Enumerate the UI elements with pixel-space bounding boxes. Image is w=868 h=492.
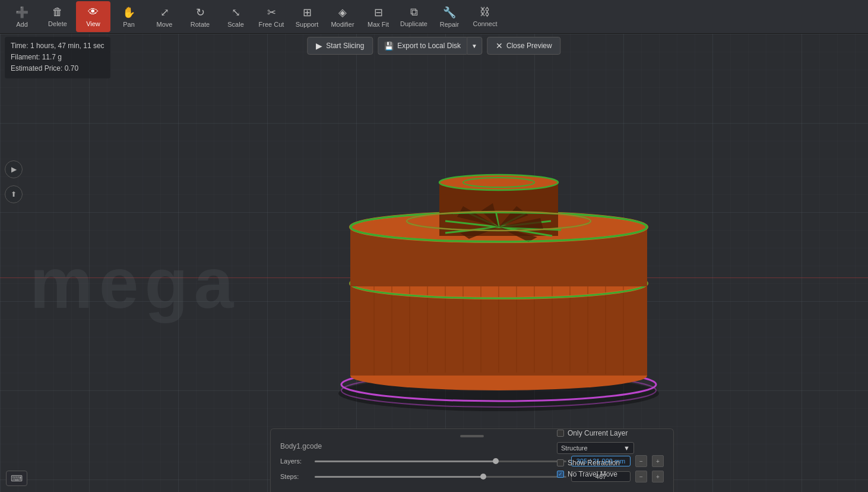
toolbar-add-button[interactable]: ➕Add <box>5 1 39 32</box>
move-icon: ⤢ <box>160 6 169 19</box>
no-travel-move-checkbox[interactable]: ✓ <box>557 471 564 478</box>
export-dropdown-button[interactable]: ▼ <box>467 37 482 55</box>
toolbar-scale-button[interactable]: ⤡Scale <box>218 1 253 32</box>
rotate-icon: ↻ <box>196 6 205 19</box>
panel-handle[interactable] <box>460 435 484 437</box>
export-main-button[interactable]: 💾 Export to Local Disk <box>378 37 467 55</box>
status-bar: Time: 1 hours, 47 min, 11 sec Filament: … <box>5 37 110 78</box>
top-actions: ▶ Start Slicing 💾 Export to Local Disk ▼… <box>307 37 560 55</box>
support-icon: ⊞ <box>303 6 312 19</box>
show-retraction-checkbox[interactable] <box>557 459 564 466</box>
repair-icon: 🔧 <box>443 6 456 19</box>
structure-dropdown[interactable]: Structure ▼ <box>557 442 634 454</box>
toolbar-connect-button[interactable]: ⛓Connect <box>468 1 502 32</box>
3d-object <box>327 129 671 414</box>
time-status: Time: 1 hours, 47 min, 11 sec <box>11 40 104 52</box>
export-icon: 💾 <box>384 42 394 51</box>
maxfit-icon: ⊟ <box>374 6 383 19</box>
no-travel-move-label: No Travel Move <box>568 470 617 478</box>
add-icon: ➕ <box>15 6 28 19</box>
watermark: mega <box>30 242 239 324</box>
play-icon: ▶ <box>316 41 322 51</box>
toolbar-maxfit-button[interactable]: ⊟Max Fit <box>361 1 395 32</box>
modifier-icon: ◈ <box>338 6 347 19</box>
toolbar-view-button[interactable]: 👁View <box>76 1 110 32</box>
upload-side-icon: ⬆ <box>11 190 17 198</box>
duplicate-icon: ⧉ <box>410 6 418 18</box>
toolbar-pan-button[interactable]: ✋Pan <box>112 1 146 32</box>
toolbar-support-button[interactable]: ⊞Support <box>290 1 324 32</box>
toolbar-move-button[interactable]: ⤢Move <box>147 1 182 32</box>
play-side-button[interactable]: ▶ <box>5 160 23 178</box>
only-current-layer-checkbox[interactable] <box>557 430 564 437</box>
toolbar: ➕Add🗑Delete👁View✋Pan⤢Move↻Rotate⤡Scale✂F… <box>0 0 868 34</box>
freecut-icon: ✂ <box>267 6 276 19</box>
close-icon: ✕ <box>496 41 503 51</box>
close-preview-button[interactable]: ✕ Close Preview <box>487 37 561 55</box>
upload-side-button[interactable]: ⬆ <box>5 185 23 203</box>
delete-icon: 🗑 <box>52 6 63 18</box>
toolbar-rotate-button[interactable]: ↻Rotate <box>183 1 217 32</box>
keyboard-button[interactable]: ⌨ <box>6 471 27 486</box>
show-retraction-label: Show Retraction <box>568 459 620 467</box>
chevron-down-icon: ▼ <box>471 43 477 49</box>
keyboard-icon: ⌨ <box>11 474 23 483</box>
layers-slider[interactable] <box>315 461 566 462</box>
right-options: Only Current Layer Structure ▼ Show Retr… <box>557 429 664 481</box>
left-side-panel: ▶ ⬆ <box>5 160 23 203</box>
toolbar-delete-button[interactable]: 🗑Delete <box>40 1 75 32</box>
only-current-label: Only Current Layer <box>568 429 628 437</box>
steps-label: Steps: <box>280 473 310 480</box>
price-status: Estimated Price: 0.70 <box>11 63 104 74</box>
export-button-group: 💾 Export to Local Disk ▼ <box>378 37 482 55</box>
toolbar-repair-button[interactable]: 🔧Repair <box>432 1 467 32</box>
toolbar-duplicate-button[interactable]: ⧉Duplicate <box>397 1 431 32</box>
play-side-icon: ▶ <box>11 165 17 174</box>
filament-status: Filament: 11.7 g <box>11 52 104 63</box>
steps-slider[interactable] <box>315 476 566 478</box>
toolbar-modifier-button[interactable]: ◈Modifier <box>325 1 360 32</box>
layers-label: Layers: <box>280 458 310 465</box>
scale-icon: ⤡ <box>232 6 240 19</box>
toolbar-freecut-button[interactable]: ✂Free Cut <box>254 1 289 32</box>
start-slicing-button[interactable]: ▶ Start Slicing <box>307 37 373 55</box>
view-icon: 👁 <box>88 6 99 18</box>
connect-icon: ⛓ <box>480 6 490 18</box>
dropdown-arrow-icon: ▼ <box>623 444 630 452</box>
pan-icon: ✋ <box>122 6 135 19</box>
bottom-panel: Body1.gcode Layers: 305 / 21.000 mm − + <box>270 428 674 492</box>
